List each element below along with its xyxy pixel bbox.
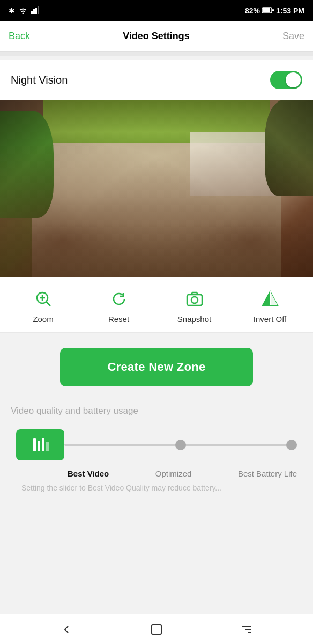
slider-wrapper[interactable]	[64, 440, 297, 450]
slider-labels: Best Video Optimized Best Battery Life	[16, 469, 297, 478]
nav-home-button[interactable]	[150, 623, 163, 636]
hint-text: Setting the slider to Best Video Quality…	[11, 478, 302, 494]
quality-section-label: Video quality and battery usage	[11, 406, 302, 416]
slider-track-row	[16, 429, 297, 460]
svg-rect-19	[42, 438, 44, 451]
night-vision-row: Night Vision	[0, 60, 313, 100]
nav-back-button[interactable]	[60, 623, 73, 636]
invert-label: Invert Off	[254, 314, 286, 324]
controls-row: Zoom Reset Snapshot	[0, 277, 313, 333]
label-best-battery: Best Battery Life	[238, 469, 297, 478]
svg-rect-17	[33, 438, 36, 451]
svg-rect-18	[38, 441, 40, 451]
zoom-label: Zoom	[33, 314, 53, 324]
svg-rect-21	[152, 625, 161, 634]
svg-rect-2	[35, 8, 37, 14]
snapshot-label: Snapshot	[177, 314, 211, 324]
reset-icon	[108, 288, 130, 310]
slider-area: Best Video Optimized Best Battery Life	[11, 429, 302, 478]
reset-control[interactable]: Reset	[100, 288, 138, 324]
bottom-nav	[0, 614, 313, 644]
snapshot-control[interactable]: Snapshot	[176, 288, 213, 324]
back-button[interactable]: Back	[9, 31, 30, 42]
scene-shadow	[0, 223, 313, 277]
night-vision-toggle[interactable]	[270, 71, 302, 89]
battery-icon	[262, 6, 274, 15]
svg-rect-6	[272, 9, 274, 11]
svg-point-12	[191, 297, 198, 303]
battery-percent: 82%	[245, 6, 260, 15]
signal-icon	[31, 6, 40, 16]
wifi-icon	[18, 6, 28, 16]
night-vision-label: Night Vision	[11, 74, 68, 86]
reset-label: Reset	[108, 314, 129, 324]
bluetooth-icon: ✱	[9, 6, 15, 15]
slider-icon-box	[16, 429, 64, 460]
nav-recent-button[interactable]	[240, 623, 253, 636]
svg-rect-3	[38, 6, 39, 14]
svg-rect-1	[33, 9, 35, 14]
nav-bar: Back Video Settings Save	[0, 21, 313, 52]
slider-thumb-battery[interactable]	[286, 440, 297, 450]
status-bar-left: ✱	[9, 6, 40, 16]
invert-icon	[259, 288, 281, 310]
slider-thumb-optimized[interactable]	[175, 440, 186, 450]
slider-track	[64, 444, 297, 446]
status-bar-right: 82% 1:53 PM	[245, 6, 304, 15]
svg-rect-20	[46, 442, 49, 451]
page-title: Video Settings	[123, 31, 190, 42]
status-bar: ✱ 82% 1:53 PM	[0, 0, 313, 21]
divider-1	[0, 52, 313, 56]
svg-rect-0	[31, 11, 33, 14]
snapshot-icon	[183, 288, 206, 310]
invert-control[interactable]: Invert Off	[251, 288, 289, 324]
time: 1:53 PM	[276, 6, 304, 15]
camera-view	[0, 100, 313, 277]
zoom-control[interactable]: Zoom	[25, 288, 62, 324]
create-zone-button[interactable]: Create New Zone	[60, 348, 253, 386]
toggle-knob	[286, 72, 301, 87]
zoom-icon	[32, 288, 55, 310]
label-optimized: Optimized	[155, 469, 192, 478]
svg-line-8	[46, 302, 50, 306]
quality-section: Video quality and battery usage Best V	[0, 401, 313, 504]
label-best-video: Best Video	[68, 469, 109, 478]
create-zone-section: Create New Zone	[0, 333, 313, 401]
save-button[interactable]: Save	[282, 31, 304, 42]
svg-rect-5	[263, 8, 270, 12]
